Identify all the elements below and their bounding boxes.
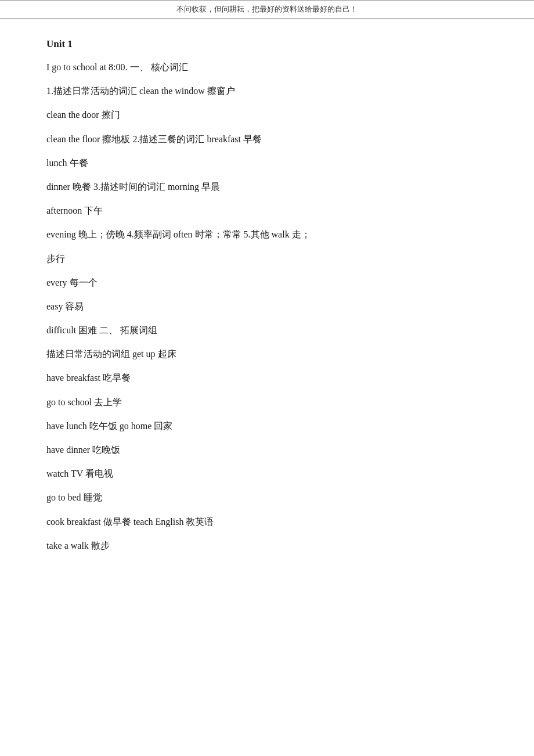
content-line-line12: difficult 困难 二、 拓展词组 — [46, 322, 488, 338]
content-line-line10: every 每一个 — [46, 275, 488, 290]
header-text: 不问收获，但问耕耘，把最好的资料送给最好的自己！ — [176, 5, 358, 13]
content-line-line1: I go to school at 8:00. 一、 核心词汇 — [46, 59, 488, 75]
content-line-line15: go to school 去上学 — [46, 394, 488, 410]
content-line-line17: have dinner 吃晚饭 — [46, 442, 488, 458]
unit-title: Unit 1 — [46, 38, 488, 50]
content-line-line11: easy 容易 — [46, 298, 488, 314]
content-line-line3: clean the door 擦门 — [46, 107, 488, 123]
content-line-line14: have breakfast 吃早餐 — [46, 370, 488, 386]
content-line-line8: evening 晚上；傍晚 4.频率副词 often 时常；常常 5.其他 wa… — [46, 226, 488, 242]
content-line-line13: 描述日常活动的词组 get up 起床 — [46, 346, 488, 362]
main-content: Unit 1 I go to school at 8:00. 一、 核心词汇 1… — [0, 33, 534, 585]
content-line-line9: 步行 — [46, 251, 488, 267]
content-line-line5: lunch 午餐 — [46, 155, 488, 171]
content-line-line19: go to bed 睡觉 — [46, 489, 488, 505]
header-bar: 不问收获，但问耕耘，把最好的资料送给最好的自己！ — [0, 0, 534, 19]
content-line-line2: 1.描述日常活动的词汇 clean the window 擦窗户 — [46, 83, 488, 99]
content-line-line21: take a walk 散步 — [46, 538, 488, 553]
content-line-line16: have lunch 吃午饭 go home 回家 — [46, 418, 488, 434]
content-line-line6: dinner 晚餐 3.描述时间的词汇 morning 早晨 — [46, 179, 488, 195]
lines-container: I go to school at 8:00. 一、 核心词汇 1.描述日常活动… — [46, 59, 488, 553]
content-line-line7: afternoon 下午 — [46, 203, 488, 218]
content-line-line4: clean the floor 擦地板 2.描述三餐的词汇 breakfast … — [46, 131, 488, 147]
content-line-line20: cook breakfast 做早餐 teach English 教英语 — [46, 514, 488, 530]
content-line-line18: watch TV 看电视 — [46, 466, 488, 481]
